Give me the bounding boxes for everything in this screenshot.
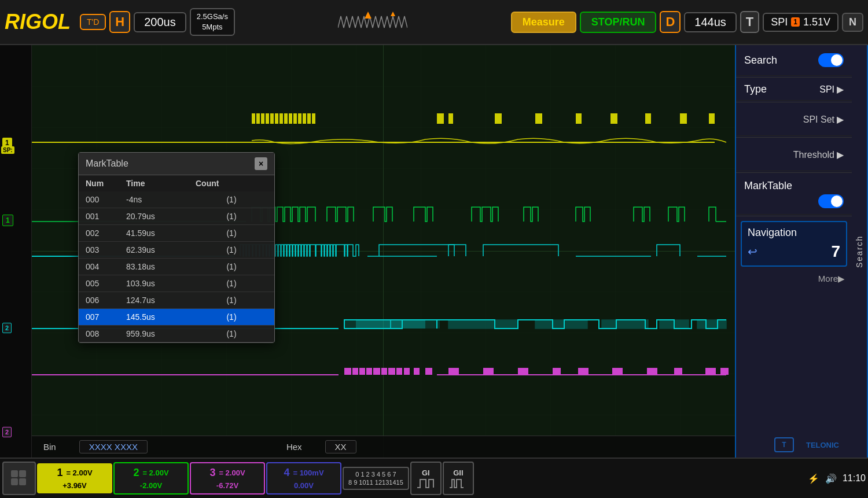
svg-rect-46 xyxy=(303,113,306,124)
marktable-header-row: Num Time Count xyxy=(79,175,274,191)
search-tab[interactable]: Search xyxy=(852,45,868,458)
ch2-number: 2 xyxy=(133,466,139,480)
col-num: Num xyxy=(79,175,119,191)
cell-num: 001 xyxy=(79,208,119,225)
ch4-number: 4 xyxy=(284,466,289,480)
cell-time: 62.39us xyxy=(119,242,189,259)
marktable-row[interactable]: 002 41.59us (1) xyxy=(79,225,274,242)
spi-set-arrow: ▶ xyxy=(837,114,844,125)
d2b-indicator[interactable]: 2 xyxy=(2,427,12,437)
marktable-toggle[interactable] xyxy=(818,194,844,208)
cell-count: (1) xyxy=(189,242,274,259)
marktable-scroll[interactable]: Num Time Count 000 -4ns (1) 001 20.79us … xyxy=(79,175,274,342)
cell-count: (1) xyxy=(189,259,274,275)
scope-display: MarkTable × Num Time Count 000 -4ns (1) xyxy=(32,45,735,458)
ch1-display[interactable]: 1 = 2.00V +3.96V xyxy=(37,463,112,493)
search-toggle[interactable] xyxy=(818,53,844,67)
ch4-volt: = 100mV xyxy=(293,468,323,478)
marktable-row[interactable]: 004 83.18us (1) xyxy=(79,259,274,275)
svg-rect-29 xyxy=(578,368,589,375)
h-value[interactable]: 200us xyxy=(134,12,186,32)
marktable-row: MarkTable xyxy=(736,174,852,215)
t-label: T xyxy=(740,11,759,33)
cell-time: 20.79us xyxy=(119,208,189,225)
cell-num: 004 xyxy=(79,259,119,275)
svg-rect-24 xyxy=(425,368,432,375)
marktable-body: 000 -4ns (1) 001 20.79us (1) 002 41.59us… xyxy=(79,191,274,342)
svg-rect-9 xyxy=(448,320,518,329)
svg-rect-60 xyxy=(11,470,18,477)
marktable-row[interactable]: 005 103.9us (1) xyxy=(79,275,274,292)
gi-display[interactable]: GI xyxy=(410,462,442,495)
svg-text:T: T xyxy=(782,441,786,449)
l-display[interactable]: 0 1 2 3 4 5 6 7 8 9 1011 12131415 xyxy=(343,467,409,490)
d2-indicator[interactable]: 2 xyxy=(2,323,12,333)
rigol-logo: RIGOL xyxy=(5,10,71,34)
cell-time: 959.9us xyxy=(119,326,189,342)
marktable-row[interactable]: 000 -4ns (1) xyxy=(79,191,274,208)
grid-icon-button[interactable] xyxy=(2,462,36,495)
navigation-section: Navigation ↩ 7 xyxy=(741,221,847,267)
cell-time: 41.59us xyxy=(119,225,189,242)
left-labels: 1 SP: 1 2 2 xyxy=(0,45,32,458)
svg-rect-62 xyxy=(11,478,18,485)
n-button[interactable]: N xyxy=(842,13,863,32)
marktable-close-button[interactable]: × xyxy=(255,157,267,170)
spi-set-row[interactable]: SPI Set ▶ xyxy=(736,104,852,136)
threshold-arrow: ▶ xyxy=(837,149,844,160)
bin-label: Bin xyxy=(43,442,56,452)
search-label: Search xyxy=(744,54,777,67)
marktable-row[interactable]: 003 62.39us (1) xyxy=(79,242,274,259)
gii-wave-icon xyxy=(450,477,467,489)
type-row[interactable]: Type SPI ▶ xyxy=(736,79,852,101)
d-value[interactable]: 144us xyxy=(684,12,737,32)
usb-icon: ⚡ xyxy=(808,473,819,484)
svg-rect-15 xyxy=(352,368,358,375)
svg-rect-54 xyxy=(610,113,617,124)
trigger-wave xyxy=(238,10,507,34)
threshold-row[interactable]: Threshold ▶ xyxy=(736,139,852,171)
svg-marker-1 xyxy=(391,12,395,16)
navigation-number: 7 xyxy=(831,242,840,261)
marktable-row[interactable]: 006 124.7us (1) xyxy=(79,292,274,309)
svg-rect-11 xyxy=(602,320,648,329)
svg-rect-23 xyxy=(414,368,420,375)
ch3-offset: -6.72V xyxy=(199,481,256,491)
cell-time: 103.9us xyxy=(119,275,189,292)
svg-rect-31 xyxy=(647,368,657,375)
ch4-display[interactable]: 4 = 100mV 0.00V xyxy=(266,462,341,494)
navigation-icon[interactable]: ↩ xyxy=(748,245,757,259)
marktable-row[interactable]: 008 959.9us (1) xyxy=(79,326,274,342)
more-button[interactable]: More▶ xyxy=(736,270,852,287)
ch3-display[interactable]: 3 = 2.00V -6.72V xyxy=(190,462,265,494)
ch2-display[interactable]: 2 = 2.00V -2.00V xyxy=(113,462,189,494)
svg-rect-50 xyxy=(448,113,453,124)
cell-time: 145.5us xyxy=(119,309,189,326)
gii-display[interactable]: GII xyxy=(443,462,474,495)
svg-rect-40 xyxy=(275,113,278,124)
cell-count: (1) xyxy=(189,309,274,326)
svg-rect-14 xyxy=(344,368,351,375)
cell-time: 83.18us xyxy=(119,259,189,275)
marktable-panel: MarkTable × Num Time Count 000 -4ns (1) xyxy=(78,152,275,343)
svg-rect-41 xyxy=(279,113,283,124)
marktable-table: Num Time Count 000 -4ns (1) 001 20.79us … xyxy=(79,175,274,342)
stoprun-button[interactable]: STOP/RUN xyxy=(580,12,657,33)
svg-rect-10 xyxy=(535,320,587,329)
type-label: Type xyxy=(744,83,767,95)
ch1-spi-label: SP: xyxy=(1,146,14,154)
h-label: H xyxy=(109,11,130,33)
td-button[interactable]: T'D xyxy=(80,14,106,30)
bin-hex-bar: Bin XXXX XXXX Hex XX xyxy=(32,436,735,458)
svg-rect-43 xyxy=(289,113,292,124)
marktable-row[interactable]: 001 20.79us (1) xyxy=(79,208,274,225)
time-display: ⚡ 🔊 11:10 xyxy=(808,473,866,484)
bottom-bar: 1 = 2.00V +3.96V 2 = 2.00V -2.00V 3 = 2.… xyxy=(0,458,868,498)
telonic-icon: T xyxy=(774,437,795,453)
measure-button[interactable]: Measure xyxy=(511,12,576,33)
cell-num: 008 xyxy=(79,326,119,342)
marktable-rp-label: MarkTable xyxy=(744,180,792,192)
svg-rect-39 xyxy=(270,113,274,124)
marktable-row[interactable]: 007 145.5us (1) xyxy=(79,309,274,326)
ch2-indicator[interactable]: 1 xyxy=(2,215,13,226)
